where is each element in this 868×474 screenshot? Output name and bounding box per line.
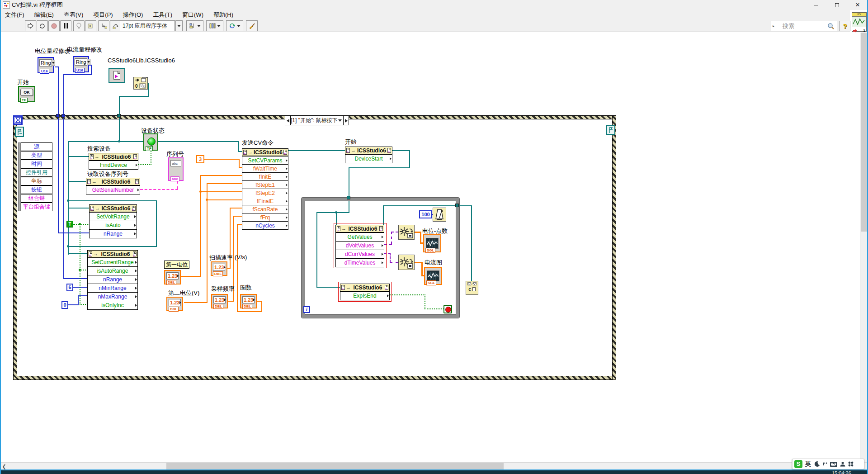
event-data-type[interactable]: 类型 (21, 151, 52, 160)
invoke-node-set-current-range[interactable]: →ICSStudio6 SetCurrentRange isAutoRange … (87, 250, 138, 310)
ring-dropdown-icon[interactable] (52, 60, 55, 66)
invoke-node-get-serial[interactable]: →ICSStudio6 GetSerialNumber (86, 178, 140, 194)
param-row[interactable]: nCycles (242, 221, 288, 229)
night-mode-icon[interactable] (814, 461, 820, 467)
toolbox-icon[interactable] (848, 461, 854, 467)
variant-to-data-node-curr[interactable] (398, 255, 415, 270)
loop-wait-constant[interactable]: 100 (419, 210, 432, 218)
ime-mode-toggle[interactable]: 英 (805, 460, 811, 468)
invoke-node-set-volt-range[interactable]: →ICSStudio6 SetVoltRange isAuto nRange (89, 204, 137, 238)
device-status-led[interactable]: TF (143, 133, 158, 151)
menu-window[interactable]: 窗口(W) (177, 10, 208, 19)
menu-tools[interactable]: 工具(T) (148, 10, 177, 19)
method-row[interactable]: GetSerialNumber (86, 185, 140, 194)
punctuation-icon[interactable] (823, 461, 827, 467)
user-icon[interactable] (840, 461, 845, 467)
dynamic-event-terminal-left[interactable] (15, 127, 24, 137)
sogou-logo-icon[interactable]: S (794, 460, 802, 468)
vertical-scrollbar-thumb[interactable] (861, 33, 868, 232)
event-timeout-terminal[interactable] (13, 115, 23, 125)
scroll-left-icon[interactable]: ❮ (0, 463, 8, 470)
param-row[interactable]: fStepE1 (242, 180, 288, 189)
run-button[interactable] (25, 20, 36, 31)
align-objects-button[interactable] (186, 20, 203, 31)
ring-control-volt-range[interactable]: Ring U16 (38, 57, 54, 73)
param-row[interactable]: fStepE2 (242, 189, 288, 197)
param-row[interactable]: dVoltValues (336, 241, 384, 250)
resize-objects-button[interactable] (226, 20, 243, 31)
maximize-button[interactable] (826, 0, 847, 10)
ime-toolbar[interactable]: S 英 (792, 459, 864, 469)
event-data-mods[interactable]: 组合键 (21, 194, 52, 203)
menu-project[interactable]: 项目(P) (88, 10, 118, 19)
sample-freq-control[interactable]: 1.23DBL (211, 294, 228, 308)
dynamic-event-terminal-right[interactable] (606, 125, 615, 135)
event-data-coords[interactable]: 坐标 (21, 177, 52, 185)
param-row[interactable]: isAuto (90, 221, 137, 229)
step-into-button[interactable] (98, 20, 109, 31)
loop-stop-terminal[interactable] (443, 305, 452, 313)
method-row[interactable]: GetValues (336, 232, 384, 241)
menu-view[interactable]: 查看(V) (59, 10, 88, 19)
clean-up-diagram-button[interactable] (246, 20, 258, 31)
search-box[interactable]: ▸ 搜索 (771, 21, 837, 31)
nmax-constant[interactable]: 0 (61, 301, 68, 309)
method-row[interactable]: SetVoltRange (90, 212, 137, 221)
true-constant[interactable]: T (66, 221, 73, 228)
wait-ms-multiple-node[interactable] (433, 208, 446, 222)
invoke-node-get-values[interactable]: →ICSStudio6 GetValues dVoltValues dCurrV… (335, 225, 384, 267)
method-row[interactable]: ExpIsEnd (340, 291, 389, 300)
automation-refnum[interactable] (108, 68, 125, 83)
vi-icon[interactable]: CV 1 (852, 12, 867, 32)
invoke-node-find-device[interactable]: →ICSStudio6 FindDevice (89, 153, 138, 170)
cycles-control[interactable]: 1.23DBL (240, 294, 257, 308)
menu-help[interactable]: 帮助(H) (208, 10, 238, 19)
distribute-objects-button[interactable] (206, 20, 223, 31)
param-row[interactable]: fInitE (242, 172, 288, 180)
param-row[interactable]: nMinRange (88, 284, 137, 292)
nmin-constant[interactable]: 6 (66, 284, 73, 291)
ok-button[interactable]: OK (20, 89, 33, 96)
invoke-node-set-cv-params[interactable]: →ICSStudio6 SetCVParams fWaitTime fInitE… (242, 148, 288, 230)
param-row[interactable]: dCurrValues (336, 250, 384, 258)
minimize-button[interactable] (806, 0, 826, 10)
menu-edit[interactable]: 编辑(E) (29, 10, 59, 19)
ring-control-curr-range[interactable]: Ring U16 (73, 56, 89, 72)
second-e-control[interactable]: 1.23DBL (166, 297, 183, 311)
start-boolean-control[interactable]: OK TF (18, 86, 35, 102)
search-input[interactable]: 搜索 (783, 22, 827, 30)
menu-operate[interactable]: 操作(O) (118, 10, 148, 19)
wait-time-constant[interactable]: 3 (196, 155, 204, 163)
param-row[interactable]: nRange (90, 229, 137, 238)
invoke-node-device-start[interactable]: →ICSStudio6 DeviceStart (345, 147, 392, 163)
param-row[interactable]: fFinalE (242, 197, 288, 205)
menu-file[interactable]: 文件(F) (0, 10, 29, 19)
event-case-selector[interactable]: [1] "开始": 鼠标按下 (285, 116, 349, 125)
param-row[interactable]: nRange (88, 275, 137, 284)
param-row[interactable]: isOnlyInc (88, 301, 137, 309)
font-selector[interactable]: 17pt 应用程序字体 (120, 20, 175, 31)
context-help-button[interactable]: ? (840, 21, 850, 31)
close-reference-node[interactable]: / c (466, 281, 478, 295)
horizontal-scrollbar-thumb[interactable] (166, 463, 504, 470)
variant-to-data-node-volt[interactable] (398, 225, 415, 240)
method-row[interactable]: DeviceStart (345, 154, 392, 163)
event-data-time[interactable]: 时间 (21, 160, 52, 168)
highlight-execution-button[interactable] (73, 20, 85, 31)
next-case-icon[interactable] (343, 116, 349, 125)
case-dropdown-icon[interactable] (338, 119, 342, 122)
method-row[interactable]: SetCVParams (242, 156, 288, 164)
param-row[interactable]: dTimeValues (336, 258, 384, 267)
param-row[interactable]: fFrq (242, 213, 288, 221)
retain-wire-values-button[interactable] (85, 20, 96, 31)
invoke-node-exp-is-end[interactable]: →ICSStudio6 ExpIsEnd (340, 284, 390, 300)
param-row[interactable]: fScanRate (242, 205, 288, 213)
pause-button[interactable] (60, 20, 71, 31)
curr-waveform-graph-icon[interactable]: SGL (424, 267, 442, 285)
event-data-source[interactable]: 源 (21, 142, 52, 151)
font-dropdown-icon[interactable] (175, 20, 183, 31)
close-button[interactable]: × (847, 0, 868, 10)
keyboard-icon[interactable] (830, 462, 837, 467)
param-row[interactable]: isAutoRange (88, 266, 137, 275)
first-e-control[interactable]: 1.23DBL (164, 270, 181, 284)
